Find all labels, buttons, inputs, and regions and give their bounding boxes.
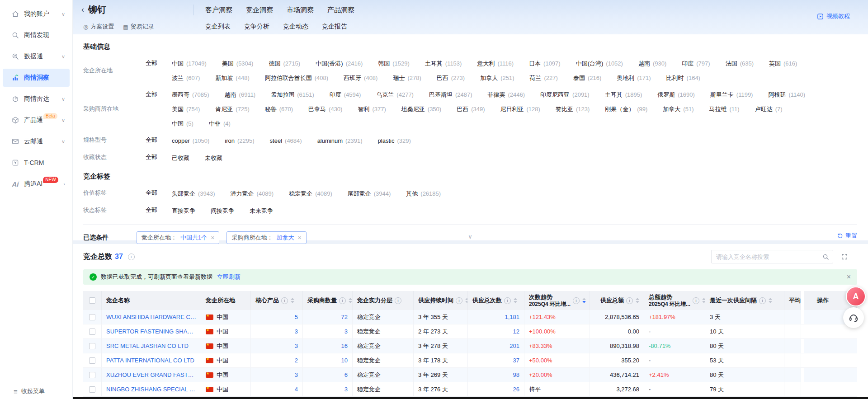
close-icon[interactable]: × xyxy=(847,273,851,281)
filter-option[interactable]: 奥地利 (171) xyxy=(615,73,652,83)
core-products-count[interactable]: 4 xyxy=(295,386,298,393)
col-total-amount[interactable]: 供应总额 xyxy=(590,291,644,310)
tab-item[interactable]: 产品洞察 xyxy=(325,0,357,19)
filter-option[interactable]: 瑞士 (278) xyxy=(391,73,423,83)
filter-option[interactable]: 越南 (6911) xyxy=(223,90,258,100)
filter-option[interactable]: 波兰 (607) xyxy=(170,73,202,83)
filter-option[interactable]: 未收藏 xyxy=(203,153,224,163)
search-icon[interactable] xyxy=(822,253,829,260)
filter-option[interactable]: 巴西 (349) xyxy=(455,104,486,114)
filter-option[interactable]: 中国(香港) (2416) xyxy=(314,59,364,69)
remove-tag-icon[interactable]: × xyxy=(211,234,214,241)
filter-option[interactable]: 坦桑尼亚 (350) xyxy=(400,104,443,114)
col-name[interactable]: 竞企名称 xyxy=(102,291,201,310)
filter-option[interactable]: 巴拿马 (430) xyxy=(307,104,344,114)
company-link[interactable]: PATTA INTERNATIONAL CO LTD xyxy=(106,357,196,364)
buyer-count[interactable]: 16 xyxy=(341,343,348,349)
assistant-avatar[interactable]: A xyxy=(846,286,866,306)
sidebar-item-market-radar[interactable]: 商情雷达 ∨ xyxy=(3,90,70,108)
back-icon[interactable]: ‹ xyxy=(81,5,84,14)
condition-tag[interactable]: 采购商所在地：加拿大 × xyxy=(226,231,306,244)
sort-icon[interactable] xyxy=(514,298,517,303)
col-amount-trend[interactable]: 总额趋势2025Q4 环比增... xyxy=(644,291,705,310)
filter-option[interactable]: 加拿大 (251) xyxy=(478,73,516,83)
filter-option[interactable]: plastic (329) xyxy=(376,136,413,146)
filter-option[interactable]: 俄罗斯 (1690) xyxy=(656,90,697,100)
total-supplies[interactable]: 26 xyxy=(513,386,519,393)
core-products-count[interactable]: 2 xyxy=(295,357,298,364)
filter-option[interactable]: 阿拉伯联合酋长国 (408) xyxy=(263,73,330,83)
sidebar-item-product-pass[interactable]: 产品通 Beta ∨ xyxy=(3,111,70,129)
filter-option[interactable]: 加拿大 (51) xyxy=(661,104,695,114)
filter-option[interactable]: 中国 (17049) xyxy=(170,59,208,69)
filter-option[interactable]: 卢旺达 (7) xyxy=(753,104,784,114)
filter-option[interactable]: 美国 (754) xyxy=(170,104,202,114)
filter-option[interactable]: 马拉维 (11) xyxy=(707,104,741,114)
table-row[interactable]: PATTA INTERNATIONAL CO LTD 中国 2 10 稳定竞企 … xyxy=(83,353,857,368)
col-last-supply-interval[interactable]: 最近一次供应间隔 xyxy=(705,291,784,310)
total-supplies[interactable]: 201 xyxy=(509,343,519,349)
filter-option[interactable]: 头部竞企 (3943) xyxy=(170,189,217,199)
col-strength-tier[interactable]: 竞企实力分层 xyxy=(353,291,414,310)
filter-option[interactable]: 中国 (5) xyxy=(170,119,195,129)
buyer-count[interactable]: 3 xyxy=(344,328,348,335)
filter-option[interactable]: 尾部竞企 (3944) xyxy=(346,189,393,199)
core-products-count[interactable]: 5 xyxy=(295,314,298,320)
filter-option[interactable]: 肯尼亚 (725) xyxy=(213,104,251,114)
collapse-panel-chevron-icon[interactable] xyxy=(468,233,472,240)
filter-option[interactable]: 尼日利亚 (128) xyxy=(499,104,542,114)
filter-option[interactable]: 巴西 (273) xyxy=(435,73,467,83)
filter-option[interactable]: 德国 (2715) xyxy=(267,59,302,69)
filter-option[interactable]: 潜力竞企 (4089) xyxy=(229,189,276,199)
remove-tag-icon[interactable]: × xyxy=(297,234,301,241)
total-supplies[interactable]: 37 xyxy=(513,357,519,364)
filter-option[interactable]: 土耳其 (1153) xyxy=(423,59,464,69)
filter-option[interactable]: aluminum (2391) xyxy=(316,136,364,146)
sort-icon[interactable] xyxy=(702,298,705,303)
filter-option[interactable]: 孟加拉国 (6151) xyxy=(269,90,316,100)
filter-option[interactable]: 西班牙 (408) xyxy=(342,73,379,83)
filter-option[interactable]: 英国 (616) xyxy=(767,59,799,69)
select-all-checkbox[interactable] xyxy=(89,297,95,304)
buyer-count[interactable]: 72 xyxy=(341,314,348,320)
sidebar-item-tcrm[interactable]: T-CRM xyxy=(3,154,70,172)
total-supplies[interactable]: 1,181 xyxy=(505,314,519,320)
filter-option[interactable]: 中非 (4) xyxy=(207,119,232,129)
filter-option[interactable]: 刚果（金） (99) xyxy=(603,104,649,114)
filter-option[interactable]: 意大利 (1116) xyxy=(475,59,515,69)
row-checkbox[interactable] xyxy=(89,314,95,320)
filter-option[interactable]: 未来竞争 xyxy=(248,206,275,216)
filter-option[interactable]: 已收藏 xyxy=(170,153,191,163)
subtab-item[interactable]: 竞争分析 xyxy=(241,19,272,34)
total-supplies[interactable]: 12 xyxy=(513,328,519,335)
info-icon[interactable] xyxy=(339,297,346,304)
trade-records-button[interactable]: 贸易记录 xyxy=(123,23,154,31)
filter-option[interactable]: steel (4684) xyxy=(268,136,304,146)
filter-option[interactable]: 新加坡 (448) xyxy=(213,73,251,83)
filter-option[interactable]: 比利时 (164) xyxy=(665,73,702,83)
company-link[interactable]: SRC METAL JIASHAN CO LTD xyxy=(106,343,196,349)
filter-option[interactable]: 斯里兰卡 (1199) xyxy=(708,90,755,100)
filter-option[interactable]: 印度 (4594) xyxy=(328,90,363,100)
filter-option[interactable]: 秘鲁 (670) xyxy=(263,104,295,114)
filter-option[interactable]: iron (2295) xyxy=(223,136,256,146)
filter-option[interactable]: 中国(台湾) (1052) xyxy=(574,59,625,69)
company-link[interactable]: WUXI ANSHIDA HARDWARE CO LTD xyxy=(106,314,196,320)
filter-all-chip[interactable]: 全部 xyxy=(141,89,162,100)
info-icon[interactable] xyxy=(573,297,580,304)
filter-option[interactable]: 智利 (377) xyxy=(356,104,387,114)
sidebar-item-discovery[interactable]: 商情发现 xyxy=(3,26,70,44)
reset-button[interactable]: 重置 xyxy=(837,232,857,240)
filter-option[interactable]: 墨西哥 (7085) xyxy=(170,90,211,100)
sort-icon[interactable] xyxy=(636,298,639,303)
customer-service-button[interactable] xyxy=(843,307,864,328)
row-checkbox[interactable] xyxy=(89,343,95,349)
info-icon[interactable] xyxy=(281,297,288,304)
sidebar-item-tendata-ai[interactable]: Aí 腾道AI NEW › xyxy=(3,175,70,193)
row-checkbox[interactable] xyxy=(89,386,95,393)
refresh-now-link[interactable]: 立即刷新 xyxy=(217,273,241,281)
collapse-menu-button[interactable]: 收起菜单 xyxy=(0,387,72,395)
plan-settings-button[interactable]: 方案设置 xyxy=(83,23,114,31)
filter-option[interactable]: 印度尼西亚 (2091) xyxy=(538,90,591,100)
search-input[interactable] xyxy=(712,253,822,260)
